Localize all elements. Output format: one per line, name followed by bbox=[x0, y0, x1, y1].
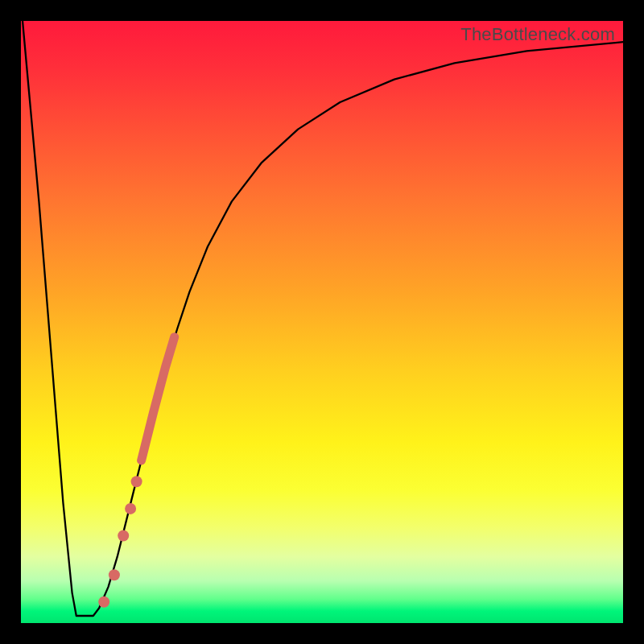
data-marker bbox=[118, 530, 129, 542]
data-marker bbox=[109, 569, 120, 580]
curve-layer bbox=[21, 21, 623, 623]
chart-frame: TheBottleneck.com bbox=[0, 0, 644, 644]
data-marker bbox=[125, 503, 136, 514]
plot-area: TheBottleneck.com bbox=[21, 21, 623, 623]
bottleneck-curve bbox=[21, 3, 623, 616]
data-marker bbox=[131, 476, 142, 487]
data-marker bbox=[98, 597, 109, 608]
highlight-segment bbox=[142, 337, 175, 460]
